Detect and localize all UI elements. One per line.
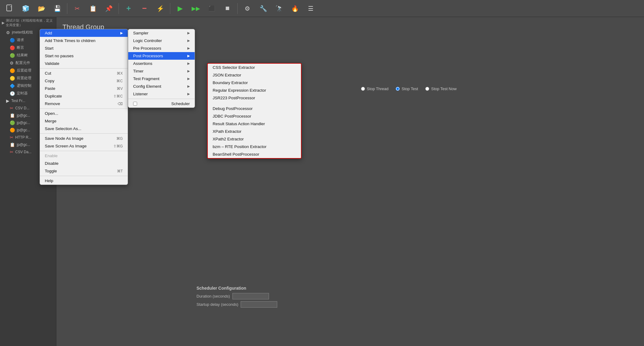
listener-arrow: ▶ bbox=[187, 92, 190, 96]
validate-label: Validate bbox=[45, 61, 59, 66]
menu-save-selection[interactable]: Save Selection As... bbox=[40, 125, 128, 132]
save-node-image-label: Save Node As Image bbox=[45, 136, 83, 141]
start-no-pauses-label: Start no pauses bbox=[45, 54, 74, 58]
save-screen-image-shortcut: ⇧⌘G bbox=[113, 144, 123, 148]
menu-save-node-image[interactable]: Save Node As Image ⌘G bbox=[40, 135, 128, 142]
menu-start-no-pauses[interactable]: Start no pauses bbox=[40, 52, 128, 60]
pp-jdbc[interactable]: JDBC PostProcessor bbox=[208, 112, 301, 120]
duplicate-shortcut: ⇧⌘C bbox=[113, 94, 123, 98]
add-submenu: Sampler ▶ Logic Controller ▶ Pre Process… bbox=[128, 29, 195, 108]
menu-validate[interactable]: Validate bbox=[40, 60, 128, 67]
cut-shortcut: ⌘X bbox=[117, 71, 123, 76]
submenu-assertions[interactable]: Assertions ▶ bbox=[128, 60, 195, 67]
debug-pp-label: Debug PostProcessor bbox=[213, 106, 253, 111]
menu-open[interactable]: Open... bbox=[40, 110, 128, 117]
submenu-sampler[interactable]: Sampler ▶ bbox=[128, 29, 195, 37]
menu-sep4 bbox=[40, 151, 128, 151]
pp-xpath[interactable]: XPath Extractor bbox=[208, 128, 301, 135]
submenu-pre-processors[interactable]: Pre Processors ▶ bbox=[128, 44, 195, 52]
menu-sep5 bbox=[40, 176, 128, 176]
copy-shortcut: ⌘C bbox=[116, 79, 123, 83]
pre-processors-label: Pre Processors bbox=[133, 46, 161, 51]
test-fragment-label: Test Fragment bbox=[133, 76, 159, 81]
add-think-times-label: Add Think Times to children bbox=[45, 38, 95, 43]
menu-add[interactable]: Add ▶ bbox=[40, 29, 128, 37]
submenu-logic-controller[interactable]: Logic Controller ▶ bbox=[128, 37, 195, 44]
config-element-label: Config Element bbox=[133, 84, 161, 89]
submenu-timer[interactable]: Timer ▶ bbox=[128, 67, 195, 75]
menu-cut[interactable]: Cut ⌘X bbox=[40, 69, 128, 77]
logic-controller-label: Logic Controller bbox=[133, 38, 162, 43]
enable-label: Enable bbox=[45, 154, 58, 158]
pp-result-status[interactable]: Result Status Action Handler bbox=[208, 120, 301, 128]
css-selector-label: CSS Selector Extractor bbox=[213, 65, 255, 70]
xpath-label: XPath Extractor bbox=[213, 129, 242, 134]
beanshell-label: BeanShell PostProcessor bbox=[213, 152, 259, 157]
pp-css-selector[interactable]: CSS Selector Extractor bbox=[208, 64, 301, 71]
sampler-arrow: ▶ bbox=[187, 31, 190, 35]
post-processors-arrow: ▶ bbox=[187, 54, 190, 58]
menu-disable[interactable]: Disable bbox=[40, 160, 128, 167]
save-node-image-shortcut: ⌘G bbox=[116, 136, 123, 141]
pre-processors-arrow: ▶ bbox=[187, 46, 190, 50]
main-context-menu: Add ▶ Add Think Times to children Start … bbox=[40, 29, 128, 185]
menu-sep3 bbox=[40, 133, 128, 134]
menu-duplicate[interactable]: Duplicate ⇧⌘C bbox=[40, 92, 128, 100]
remove-label: Remove bbox=[45, 101, 60, 106]
pp-spacer bbox=[208, 102, 301, 105]
bzm-rte-label: bzm – RTE Position Extractor bbox=[213, 144, 267, 149]
test-fragment-arrow: ▶ bbox=[187, 77, 190, 81]
xpath2-label: XPath2 Extractor bbox=[213, 137, 244, 141]
pp-regex-extractor[interactable]: Regular Expression Extractor bbox=[208, 86, 301, 94]
merge-label: Merge bbox=[45, 119, 56, 123]
submenu-test-fragment[interactable]: Test Fragment ▶ bbox=[128, 75, 195, 83]
menu-paste[interactable]: Paste ⌘V bbox=[40, 85, 128, 92]
result-status-label: Result Status Action Handler bbox=[213, 122, 265, 126]
submenu-config-element[interactable]: Config Element ▶ bbox=[128, 83, 195, 90]
pp-bzm-rte[interactable]: bzm – RTE Position Extractor bbox=[208, 143, 301, 150]
submenu-post-processors[interactable]: Post Processors ▶ bbox=[128, 52, 195, 60]
start-label: Start bbox=[45, 46, 54, 51]
submenu-listener[interactable]: Listener ▶ bbox=[128, 90, 195, 98]
copy-label: Copy bbox=[45, 79, 55, 83]
toggle-label: Toggle bbox=[45, 169, 57, 173]
timer-arrow: ▶ bbox=[187, 69, 190, 73]
context-menu-overlay: Add ▶ Add Think Times to children Start … bbox=[0, 0, 644, 346]
jsr223-label: JSR223 PostProcessor bbox=[213, 96, 255, 100]
boundary-extractor-label: Boundary Extractor bbox=[213, 80, 248, 85]
scheduler-checkbox[interactable] bbox=[133, 102, 137, 106]
save-selection-label: Save Selection As... bbox=[45, 126, 81, 131]
pp-debug[interactable]: Debug PostProcessor bbox=[208, 105, 301, 112]
menu-add-think-times[interactable]: Add Think Times to children bbox=[40, 37, 128, 44]
open-label: Open... bbox=[45, 111, 58, 116]
post-processors-label: Post Processors bbox=[133, 54, 163, 58]
remove-shortcut: ⌫ bbox=[118, 102, 123, 106]
regex-extractor-label: Regular Expression Extractor bbox=[213, 88, 266, 93]
listener-label: Listener bbox=[133, 92, 148, 96]
paste-label: Paste bbox=[45, 86, 55, 91]
jdbc-label: JDBC PostProcessor bbox=[213, 114, 251, 118]
add-arrow: ▶ bbox=[120, 31, 123, 35]
menu-enable: Enable bbox=[40, 152, 128, 160]
pp-json-extractor[interactable]: JSON Extractor bbox=[208, 71, 301, 79]
pp-beanshell[interactable]: BeanShell PostProcessor bbox=[208, 150, 301, 158]
menu-merge[interactable]: Merge bbox=[40, 117, 128, 125]
menu-help[interactable]: Help bbox=[40, 177, 128, 185]
menu-copy[interactable]: Copy ⌘C bbox=[40, 77, 128, 85]
menu-sep2 bbox=[40, 108, 128, 109]
menu-save-screen-image[interactable]: Save Screen As Image ⇧⌘G bbox=[40, 142, 128, 150]
menu-sep1 bbox=[40, 68, 128, 69]
post-processors-submenu: CSS Selector Extractor JSON Extractor Bo… bbox=[207, 63, 302, 159]
menu-remove[interactable]: Remove ⌫ bbox=[40, 100, 128, 108]
disable-label: Disable bbox=[45, 161, 58, 166]
submenu-scheduler[interactable]: Scheduler bbox=[128, 100, 195, 108]
pp-boundary-extractor[interactable]: Boundary Extractor bbox=[208, 79, 301, 86]
menu-toggle[interactable]: Toggle ⌘T bbox=[40, 167, 128, 175]
pp-jsr223[interactable]: JSR223 PostProcessor bbox=[208, 94, 301, 102]
add-label: Add bbox=[45, 31, 52, 35]
assertions-label: Assertions bbox=[133, 61, 152, 66]
toggle-shortcut: ⌘T bbox=[117, 169, 123, 173]
pp-xpath2[interactable]: XPath2 Extractor bbox=[208, 135, 301, 143]
menu-start[interactable]: Start bbox=[40, 44, 128, 52]
assertions-arrow: ▶ bbox=[187, 62, 190, 65]
